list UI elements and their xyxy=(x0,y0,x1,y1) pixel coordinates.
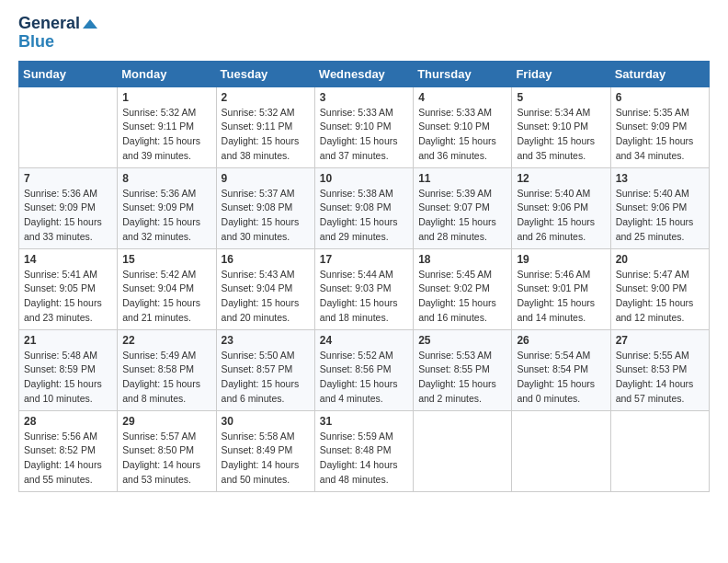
sunset-text: Sunset: 9:04 PM xyxy=(222,282,293,293)
sunrise-text: Sunrise: 5:32 AM xyxy=(222,107,295,118)
sunset-text: Sunset: 9:09 PM xyxy=(24,201,96,213)
day-number: 18 xyxy=(418,253,506,266)
sunrise-text: Sunrise: 5:42 AM xyxy=(122,269,196,280)
sunset-text: Sunset: 9:11 PM xyxy=(122,121,194,132)
sunrise-text: Sunrise: 5:50 AM xyxy=(222,350,295,361)
day-info: Sunrise: 5:35 AM Sunset: 9:09 PM Dayligh… xyxy=(616,106,704,164)
sunrise-text: Sunrise: 5:40 AM xyxy=(517,188,590,199)
calendar-cell: 10 Sunrise: 5:38 AM Sunset: 9:08 PM Dayl… xyxy=(314,167,413,248)
day-number: 23 xyxy=(222,334,310,347)
day-info: Sunrise: 5:36 AM Sunset: 9:09 PM Dayligh… xyxy=(24,187,112,245)
daylight-text: Daylight: 15 hours and 32 minutes. xyxy=(122,216,200,242)
calendar-cell: 24 Sunrise: 5:52 AM Sunset: 8:56 PM Dayl… xyxy=(314,329,413,410)
day-info: Sunrise: 5:46 AM Sunset: 9:01 PM Dayligh… xyxy=(517,268,605,326)
day-info: Sunrise: 5:57 AM Sunset: 8:50 PM Dayligh… xyxy=(122,430,210,488)
sunset-text: Sunset: 8:56 PM xyxy=(320,363,392,374)
sunrise-text: Sunrise: 5:46 AM xyxy=(517,269,590,280)
weekday-header-friday: Friday xyxy=(512,61,610,86)
day-info: Sunrise: 5:54 AM Sunset: 8:54 PM Dayligh… xyxy=(517,349,605,407)
weekday-header-tuesday: Tuesday xyxy=(216,61,314,86)
calendar-cell: 11 Sunrise: 5:39 AM Sunset: 9:07 PM Dayl… xyxy=(414,167,512,248)
day-number: 25 xyxy=(418,334,506,347)
daylight-text: Daylight: 15 hours and 35 minutes. xyxy=(517,135,595,161)
day-info: Sunrise: 5:33 AM Sunset: 9:10 PM Dayligh… xyxy=(320,106,408,164)
calendar-cell: 15 Sunrise: 5:42 AM Sunset: 9:04 PM Dayl… xyxy=(118,248,216,329)
calendar-cell: 18 Sunrise: 5:45 AM Sunset: 9:02 PM Dayl… xyxy=(414,248,512,329)
sunrise-text: Sunrise: 5:34 AM xyxy=(517,107,590,118)
calendar-cell: 9 Sunrise: 5:37 AM Sunset: 9:08 PM Dayli… xyxy=(216,167,314,248)
day-info: Sunrise: 5:41 AM Sunset: 9:05 PM Dayligh… xyxy=(24,268,112,326)
sunset-text: Sunset: 9:06 PM xyxy=(616,201,688,213)
day-number: 11 xyxy=(418,172,506,185)
calendar-cell: 19 Sunrise: 5:46 AM Sunset: 9:01 PM Dayl… xyxy=(512,248,610,329)
sunset-text: Sunset: 8:49 PM xyxy=(222,444,293,455)
sunrise-text: Sunrise: 5:36 AM xyxy=(122,188,196,199)
day-number: 29 xyxy=(122,415,210,428)
sunrise-text: Sunrise: 5:40 AM xyxy=(616,188,689,199)
sunset-text: Sunset: 8:54 PM xyxy=(517,363,588,374)
day-info: Sunrise: 5:48 AM Sunset: 8:59 PM Dayligh… xyxy=(24,349,112,407)
day-info: Sunrise: 5:58 AM Sunset: 8:49 PM Dayligh… xyxy=(222,430,310,488)
calendar-cell: 17 Sunrise: 5:44 AM Sunset: 9:03 PM Dayl… xyxy=(314,248,413,329)
calendar-cell: 3 Sunrise: 5:33 AM Sunset: 9:10 PM Dayli… xyxy=(314,86,413,167)
sunset-text: Sunset: 9:09 PM xyxy=(616,121,688,132)
sunset-text: Sunset: 8:50 PM xyxy=(122,444,194,455)
daylight-text: Daylight: 15 hours and 12 minutes. xyxy=(616,297,694,323)
sunset-text: Sunset: 9:04 PM xyxy=(122,282,194,293)
sunset-text: Sunset: 8:48 PM xyxy=(320,444,392,455)
daylight-text: Daylight: 15 hours and 36 minutes. xyxy=(418,135,496,161)
logo-general: General xyxy=(18,15,97,33)
day-info: Sunrise: 5:34 AM Sunset: 9:10 PM Dayligh… xyxy=(517,106,605,164)
day-number: 28 xyxy=(24,415,112,428)
sunrise-text: Sunrise: 5:49 AM xyxy=(122,350,196,361)
calendar-table: SundayMondayTuesdayWednesdayThursdayFrid… xyxy=(18,61,710,492)
sunrise-text: Sunrise: 5:37 AM xyxy=(222,188,295,199)
calendar-week-row: 28 Sunrise: 5:56 AM Sunset: 8:52 PM Dayl… xyxy=(19,410,710,491)
daylight-text: Daylight: 15 hours and 21 minutes. xyxy=(122,297,200,323)
daylight-text: Daylight: 14 hours and 48 minutes. xyxy=(320,459,398,485)
weekday-header-row: SundayMondayTuesdayWednesdayThursdayFrid… xyxy=(19,61,710,86)
sunrise-text: Sunrise: 5:41 AM xyxy=(24,269,97,280)
sunrise-text: Sunrise: 5:35 AM xyxy=(616,107,689,118)
day-info: Sunrise: 5:50 AM Sunset: 8:57 PM Dayligh… xyxy=(222,349,310,407)
daylight-text: Daylight: 14 hours and 53 minutes. xyxy=(122,459,200,485)
sunrise-text: Sunrise: 5:32 AM xyxy=(122,107,196,118)
sunrise-text: Sunrise: 5:45 AM xyxy=(418,269,492,280)
day-info: Sunrise: 5:43 AM Sunset: 9:04 PM Dayligh… xyxy=(222,268,310,326)
daylight-text: Daylight: 15 hours and 34 minutes. xyxy=(616,135,694,161)
daylight-text: Daylight: 15 hours and 0 minutes. xyxy=(517,378,595,404)
sunset-text: Sunset: 8:55 PM xyxy=(418,363,490,374)
day-info: Sunrise: 5:38 AM Sunset: 9:08 PM Dayligh… xyxy=(320,187,408,245)
sunset-text: Sunset: 9:11 PM xyxy=(222,121,293,132)
daylight-text: Daylight: 14 hours and 50 minutes. xyxy=(222,459,300,485)
sunset-text: Sunset: 9:07 PM xyxy=(418,201,490,213)
daylight-text: Daylight: 15 hours and 38 minutes. xyxy=(222,135,300,161)
calendar-cell xyxy=(414,410,512,491)
day-info: Sunrise: 5:53 AM Sunset: 8:55 PM Dayligh… xyxy=(418,349,506,407)
calendar-cell xyxy=(512,410,610,491)
calendar-cell: 30 Sunrise: 5:58 AM Sunset: 8:49 PM Dayl… xyxy=(216,410,314,491)
day-info: Sunrise: 5:49 AM Sunset: 8:58 PM Dayligh… xyxy=(122,349,210,407)
calendar-cell: 16 Sunrise: 5:43 AM Sunset: 9:04 PM Dayl… xyxy=(216,248,314,329)
day-number: 16 xyxy=(222,253,310,266)
sunset-text: Sunset: 9:10 PM xyxy=(418,121,490,132)
calendar-cell xyxy=(19,86,118,167)
daylight-text: Daylight: 15 hours and 39 minutes. xyxy=(122,135,200,161)
sunrise-text: Sunrise: 5:33 AM xyxy=(418,107,492,118)
day-number: 22 xyxy=(122,334,210,347)
logo-blue: Blue xyxy=(18,33,97,52)
sunrise-text: Sunrise: 5:38 AM xyxy=(320,188,393,199)
sunrise-text: Sunrise: 5:44 AM xyxy=(320,269,393,280)
calendar-cell xyxy=(610,410,709,491)
day-info: Sunrise: 5:40 AM Sunset: 9:06 PM Dayligh… xyxy=(616,187,704,245)
sunrise-text: Sunrise: 5:56 AM xyxy=(24,431,97,442)
calendar-cell: 12 Sunrise: 5:40 AM Sunset: 9:06 PM Dayl… xyxy=(512,167,610,248)
daylight-text: Daylight: 15 hours and 18 minutes. xyxy=(320,297,398,323)
sunset-text: Sunset: 8:53 PM xyxy=(616,363,688,374)
daylight-text: Daylight: 14 hours and 57 minutes. xyxy=(616,378,694,404)
day-number: 14 xyxy=(24,253,112,266)
day-info: Sunrise: 5:44 AM Sunset: 9:03 PM Dayligh… xyxy=(320,268,408,326)
calendar-cell: 7 Sunrise: 5:36 AM Sunset: 9:09 PM Dayli… xyxy=(19,167,118,248)
sunset-text: Sunset: 9:06 PM xyxy=(517,201,588,213)
day-info: Sunrise: 5:47 AM Sunset: 9:00 PM Dayligh… xyxy=(616,268,704,326)
